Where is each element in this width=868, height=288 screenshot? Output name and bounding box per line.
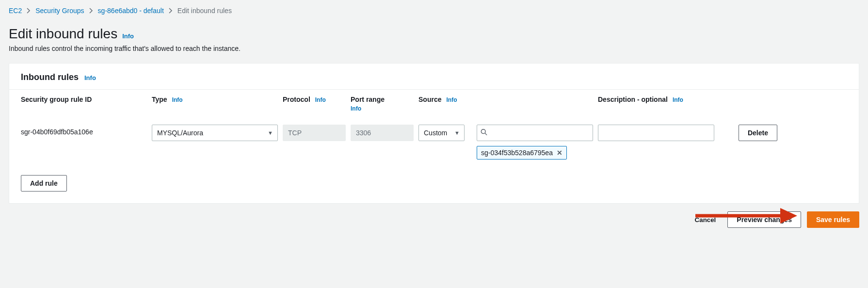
panel-title-info-link[interactable]: Info <box>84 74 96 81</box>
protocol-input <box>283 125 346 141</box>
page-footer: Cancel Preview changes Save rules <box>9 204 859 228</box>
th-protocol: ProtocolInfo <box>283 96 346 103</box>
source-token: sg-034f53b528a6795ea ✕ <box>477 146 567 160</box>
panel-title: Inbound rules <box>21 72 79 82</box>
source-mode-select-wrap: ▼ <box>418 125 465 141</box>
type-select-wrap: ▼ <box>152 125 278 141</box>
th-source: SourceInfo <box>418 96 472 103</box>
breadcrumb-current: Edit inbound rules <box>177 7 232 15</box>
type-select[interactable] <box>152 125 278 141</box>
remove-token-icon[interactable]: ✕ <box>557 149 563 157</box>
th-description: Description - optionalInfo <box>598 96 714 103</box>
cancel-button[interactable]: Cancel <box>689 216 722 224</box>
th-port-range: Port range Info <box>351 96 414 112</box>
th-protocol-info[interactable]: Info <box>315 96 326 103</box>
th-description-info[interactable]: Info <box>673 96 683 103</box>
description-input[interactable] <box>598 125 714 141</box>
th-port-range-info[interactable]: Info <box>351 105 414 112</box>
th-source-info[interactable]: Info <box>446 96 457 103</box>
table-row: sgr-04b0f69dfb05a106e ▼ ▼ <box>9 118 859 166</box>
breadcrumb-item-security-groups[interactable]: Security Groups <box>35 7 84 15</box>
th-type: TypeInfo <box>152 96 278 103</box>
preview-changes-button[interactable]: Preview changes <box>727 211 801 228</box>
table-header: Security group rule ID TypeInfo Protocol… <box>9 89 859 118</box>
add-rule-button[interactable]: Add rule <box>21 175 67 192</box>
breadcrumb-item-ec2[interactable]: EC2 <box>9 7 22 15</box>
rules-table: Security group rule ID TypeInfo Protocol… <box>9 89 859 166</box>
cell-rule-id: sgr-04b0f69dfb05a106e <box>21 125 147 136</box>
chevron-right-icon <box>89 8 93 14</box>
chevron-right-icon <box>27 8 31 14</box>
page-title-info-link[interactable]: Info <box>122 32 134 40</box>
page-title: Edit inbound rules <box>9 26 117 42</box>
port-range-input <box>351 125 414 141</box>
source-search-wrap <box>477 125 593 141</box>
breadcrumb: EC2 Security Groups sg-86e6abd0 - defaul… <box>9 7 859 15</box>
save-rules-button[interactable]: Save rules <box>807 211 859 228</box>
source-search-input[interactable] <box>477 125 593 141</box>
delete-rule-button[interactable]: Delete <box>739 125 777 141</box>
breadcrumb-item-sg[interactable]: sg-86e6abd0 - default <box>98 7 164 15</box>
source-token-label: sg-034f53b528a6795ea <box>481 149 553 157</box>
chevron-right-icon <box>169 8 173 14</box>
inbound-rules-panel: Inbound rules Info Security group rule I… <box>9 63 859 204</box>
th-type-info[interactable]: Info <box>172 96 183 103</box>
source-mode-select[interactable] <box>418 125 465 141</box>
th-rule-id: Security group rule ID <box>21 96 147 103</box>
page-subtitle: Inbound rules control the incoming traff… <box>9 45 859 52</box>
